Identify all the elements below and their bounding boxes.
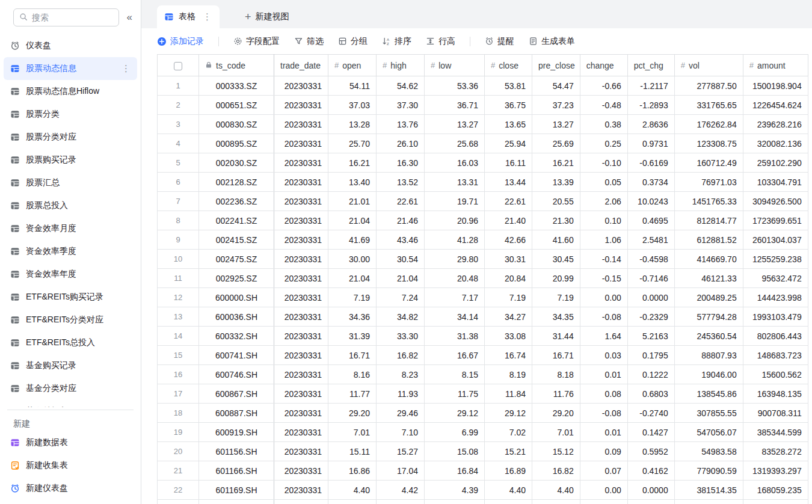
cell-change[interactable]: 0.03: [580, 346, 627, 365]
cell-open[interactable]: 34.36: [328, 307, 377, 327]
cell-ts_code[interactable]: 000895.SZ: [199, 134, 274, 153]
cell-high[interactable]: 13.76: [377, 115, 425, 134]
cell-pre_close[interactable]: 8.18: [532, 365, 580, 384]
cell-close[interactable]: 21.40: [485, 211, 532, 230]
cell-pre_close[interactable]: 13.27: [532, 115, 580, 134]
cell-low[interactable]: 13.27: [425, 115, 485, 134]
cell-high[interactable]: 16.30: [377, 153, 425, 173]
cell-close[interactable]: 36.75: [485, 96, 532, 115]
cell-open[interactable]: 16.21: [328, 153, 377, 173]
cell-high[interactable]: 21.04: [377, 269, 425, 288]
cell-low[interactable]: 53.36: [425, 76, 485, 96]
cell-amount[interactable]: 385344.599: [743, 423, 808, 442]
cell-pre_close[interactable]: 4.40: [532, 481, 580, 500]
cell-ts_code[interactable]: 002236.SZ: [199, 192, 274, 211]
column-header-low[interactable]: #low: [425, 55, 485, 76]
cell-pct_chg[interactable]: -0.4598: [627, 250, 674, 269]
cell-low[interactable]: 19.71: [425, 192, 485, 211]
cell-pct_chg[interactable]: -1.2117: [627, 76, 674, 96]
cell-trade_date[interactable]: 20230331: [274, 192, 328, 211]
cell-low[interactable]: 20.48: [425, 269, 485, 288]
cell-pct_chg[interactable]: 0.4162: [627, 461, 674, 481]
cell-pct_chg[interactable]: 0.1795: [627, 346, 674, 365]
cell-low[interactable]: 41.28: [425, 230, 485, 250]
sort-button[interactable]: AZ 排序: [382, 36, 411, 47]
cell-high[interactable]: 4.42: [377, 481, 425, 500]
cell-vol[interactable]: 1451765.33: [674, 192, 743, 211]
row-number-cell[interactable]: 10: [158, 250, 199, 269]
row-number-cell[interactable]: 6: [158, 173, 199, 192]
cell-ts_code[interactable]: 600887.SH: [199, 404, 274, 423]
cell-ts_code[interactable]: 000830.SZ: [199, 115, 274, 134]
cell-trade_date[interactable]: 20230331: [274, 442, 328, 461]
cell-trade_date[interactable]: 20230331: [274, 230, 328, 250]
cell-ts_code[interactable]: 600741.SH: [199, 346, 274, 365]
cell-high[interactable]: 37.30: [377, 96, 425, 115]
cell-low[interactable]: 25.68: [425, 134, 485, 153]
cell-low[interactable]: 4.39: [425, 481, 485, 500]
row-number-cell[interactable]: 16: [158, 365, 199, 384]
cell-pct_chg[interactable]: 2.8636: [627, 115, 674, 134]
cell-open[interactable]: 13.28: [328, 115, 377, 134]
cell-change[interactable]: 0.08: [580, 384, 627, 404]
column-header-trade_date[interactable]: trade_date: [274, 55, 328, 76]
cell-pct_chg[interactable]: 10.0243: [627, 192, 674, 211]
cell-ts_code[interactable]: 002415.SZ: [199, 230, 274, 250]
row-number-cell[interactable]: 3: [158, 115, 199, 134]
cell-low[interactable]: 15.08: [425, 442, 485, 461]
cell-amount[interactable]: 1255259.238: [743, 250, 808, 269]
cell-pct_chg[interactable]: -0.6169: [627, 153, 674, 173]
cell-close[interactable]: 16.74: [485, 346, 532, 365]
cell-change[interactable]: 0.00: [580, 481, 627, 500]
cell-vol[interactable]: 381514.35: [674, 481, 743, 500]
cell-close[interactable]: 7.19: [485, 288, 532, 307]
cell-open[interactable]: 7.01: [328, 423, 377, 442]
cell-ts_code[interactable]: 002475.SZ: [199, 250, 274, 269]
cell-change[interactable]: 0.10: [580, 211, 627, 230]
cell-open[interactable]: 21.04: [328, 211, 377, 230]
cell-high[interactable]: 26.10: [377, 134, 425, 153]
cell-amount[interactable]: 1319393.297: [743, 461, 808, 481]
cell-ts_code[interactable]: 600000.SH: [199, 288, 274, 307]
sidebar-item-table[interactable]: 股票动态信息⋮: [4, 57, 137, 80]
cell-change[interactable]: 0.00: [580, 288, 627, 307]
cell-trade_date[interactable]: 20230331: [274, 365, 328, 384]
row-number-cell[interactable]: 22: [158, 481, 199, 500]
cell-ts_code[interactable]: 600867.SH: [199, 384, 274, 404]
cell-low[interactable]: 16.03: [425, 153, 485, 173]
cell-vol[interactable]: 307855.55: [674, 404, 743, 423]
row-number-cell[interactable]: 8: [158, 211, 199, 230]
cell-change[interactable]: 0.01: [580, 365, 627, 384]
cell-trade_date[interactable]: 20230331: [274, 250, 328, 269]
cell-trade_date[interactable]: 20230331: [274, 481, 328, 500]
sidebar-item-table[interactable]: 股票分类: [4, 103, 137, 126]
cell-trade_date[interactable]: 20230331: [274, 461, 328, 481]
row-height-button[interactable]: 行高: [426, 36, 455, 47]
sidebar-item-table[interactable]: 股票分类对应: [4, 126, 137, 149]
cell-pct_chg[interactable]: 0.3734: [627, 173, 674, 192]
cell-ts_code[interactable]: 601166.SH: [199, 461, 274, 481]
field-config-button[interactable]: 字段配置: [233, 36, 280, 47]
cell-change[interactable]: -0.08: [580, 404, 627, 423]
cell-low[interactable]: 34.14: [425, 307, 485, 327]
cell-trade_date[interactable]: 20230331: [274, 307, 328, 327]
sidebar-item-table[interactable]: 资金效率年度: [4, 263, 137, 286]
cell-pre_close[interactable]: 54.47: [532, 76, 580, 96]
cell-change[interactable]: 0.25: [580, 134, 627, 153]
row-number-cell[interactable]: 5: [158, 153, 199, 173]
cell-low[interactable]: 20.96: [425, 211, 485, 230]
cell-open[interactable]: 4.40: [328, 481, 377, 500]
cell-ts_code[interactable]: 600919.SH: [199, 423, 274, 442]
cell-pre_close[interactable]: 37.23: [532, 96, 580, 115]
sidebar-item-table[interactable]: 股票总投入: [4, 194, 137, 217]
search-box[interactable]: [13, 8, 119, 26]
cell-close[interactable]: 13.65: [485, 115, 532, 134]
cell-pct_chg[interactable]: -1.2893: [627, 96, 674, 115]
cell-amount[interactable]: 168059.235: [743, 481, 808, 500]
cell-vol[interactable]: 577794.28: [674, 307, 743, 327]
cell-trade_date[interactable]: 20230331: [274, 153, 328, 173]
cell-amount[interactable]: 3094926.500: [743, 192, 808, 211]
row-number-cell[interactable]: 20: [158, 442, 199, 461]
select-all-header-cell[interactable]: [158, 55, 199, 76]
cell-low[interactable]: 7.17: [425, 288, 485, 307]
